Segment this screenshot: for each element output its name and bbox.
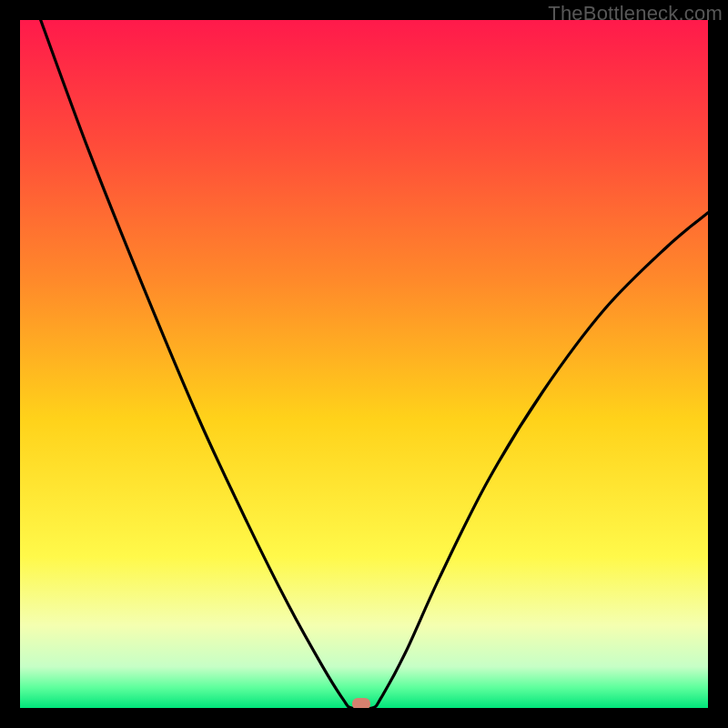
chart-frame: TheBottleneck.com: [0, 0, 728, 728]
optimal-marker: [352, 698, 370, 708]
chart-svg: [20, 20, 708, 708]
watermark-text: TheBottleneck.com: [548, 2, 723, 25]
gradient-background: [20, 20, 708, 708]
plot-area: [20, 20, 708, 708]
